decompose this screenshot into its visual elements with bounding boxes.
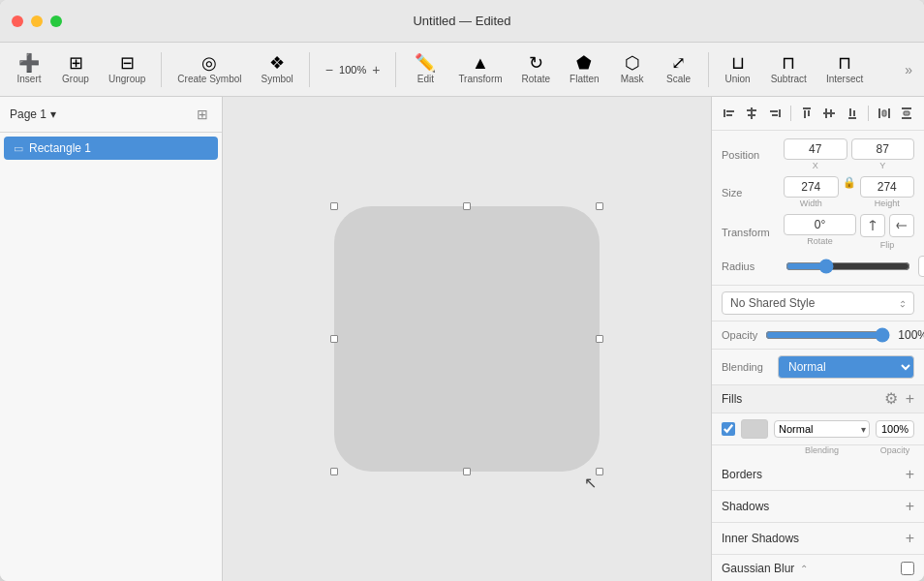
align-top-button[interactable] — [797, 103, 816, 124]
rectangle-shape[interactable] — [334, 206, 600, 472]
close-button[interactable] — [12, 15, 23, 27]
flip-horizontal-button[interactable] — [860, 214, 885, 237]
mask-button[interactable]: ⬡ Mask — [611, 50, 654, 88]
shadows-add-button[interactable]: + — [906, 498, 914, 515]
radius-label: Radius — [722, 260, 778, 272]
align-left-button[interactable] — [720, 103, 739, 124]
group-button[interactable]: ⊞ Group — [54, 50, 97, 88]
fill-opacity-sublabel: Opacity — [876, 445, 914, 455]
zoom-minus-button[interactable]: − — [323, 62, 335, 77]
distribute-v-button[interactable] — [897, 103, 916, 124]
fill-swatch[interactable] — [741, 419, 768, 439]
handle-middle-right[interactable] — [596, 335, 603, 343]
rotate-button[interactable]: ↻ Rotate — [514, 50, 558, 88]
union-label: Union — [725, 74, 751, 84]
distribute-h-button[interactable] — [875, 103, 894, 124]
rotate-sublabel: Rotate — [807, 236, 833, 246]
shared-style-wrapper: No Shared Style — [722, 291, 914, 315]
gaussian-chevron-icon: ⌃ — [800, 564, 808, 574]
fills-add-button[interactable]: + — [906, 391, 914, 407]
handle-bottom-left[interactable] — [330, 468, 338, 475]
maximize-button[interactable] — [50, 15, 62, 27]
gaussian-blur-checkbox[interactable] — [901, 562, 914, 575]
handle-top-right[interactable] — [596, 202, 603, 210]
height-input[interactable] — [860, 176, 915, 198]
insert-button[interactable]: ➕ Insert — [8, 50, 50, 88]
scale-button[interactable]: ⤢ Scale — [658, 50, 700, 88]
handle-bottom-middle[interactable] — [463, 468, 471, 475]
flatten-icon: ⬟ — [576, 54, 592, 72]
svg-rect-6 — [779, 109, 781, 117]
page-selector[interactable]: Page 1 ▾ — [10, 107, 56, 121]
width-input[interactable] — [784, 176, 839, 198]
intersect-label: Intersect — [826, 74, 863, 84]
blending-row: Blending Normal Multiply Screen Overlay — [712, 350, 924, 385]
rotate-input[interactable] — [784, 214, 856, 235]
transform-button[interactable]: ▲ Transform — [450, 50, 509, 88]
page-add-button[interactable]: ⊞ — [193, 105, 212, 124]
svg-rect-13 — [825, 108, 827, 118]
subtract-button[interactable]: ⊓ Subtract — [763, 50, 815, 88]
width-label: Width — [800, 199, 822, 208]
svg-rect-23 — [904, 111, 909, 115]
symbol-button[interactable]: ❖ Symbol — [254, 50, 301, 88]
height-input-wrapper: Height — [860, 176, 915, 208]
flip-vertical-button[interactable] — [889, 214, 914, 237]
transform-icon: ▲ — [472, 54, 489, 72]
layer-item[interactable]: ▭ Rectangle 1 — [4, 137, 218, 160]
flatten-button[interactable]: ⬟ Flatten — [562, 50, 607, 88]
align-right-button[interactable] — [765, 103, 785, 124]
x-input[interactable] — [784, 138, 847, 160]
svg-rect-9 — [803, 107, 811, 109]
y-label: Y — [879, 161, 885, 170]
width-input-wrapper: Width — [784, 176, 839, 208]
align-center-v-button[interactable] — [820, 103, 840, 124]
svg-rect-7 — [770, 110, 778, 112]
flatten-label: Flatten — [570, 74, 600, 84]
radius-slider[interactable] — [785, 259, 910, 274]
svg-rect-11 — [808, 110, 810, 116]
ungroup-icon: ⊟ — [120, 54, 135, 72]
flip-sublabel: Flip — [880, 240, 895, 250]
fills-settings-icon[interactable]: ⚙ — [884, 391, 898, 407]
intersect-button[interactable]: ⊓ Intersect — [818, 50, 871, 88]
edit-icon: ✏️ — [415, 54, 436, 72]
radius-input[interactable] — [918, 256, 924, 277]
lock-icon[interactable]: 🔒 — [843, 176, 856, 208]
create-symbol-label: Create Symbol — [177, 74, 241, 84]
mask-icon: ⬡ — [625, 54, 640, 72]
opacity-slider[interactable] — [765, 327, 890, 343]
fill-opacity-input[interactable] — [876, 420, 914, 438]
edit-button[interactable]: ✏️ Edit — [404, 50, 447, 88]
inner-shadows-title: Inner Shadows — [722, 532, 799, 545]
blending-select[interactable]: Normal Multiply Screen Overlay — [778, 355, 914, 379]
union-icon: ⊔ — [731, 54, 745, 72]
shared-style-select[interactable]: No Shared Style — [722, 291, 914, 315]
union-button[interactable]: ⊔ Union — [717, 50, 759, 88]
zoom-plus-button[interactable]: + — [370, 62, 382, 77]
align-center-h-button[interactable] — [743, 103, 762, 124]
handle-middle-left[interactable] — [330, 335, 338, 343]
ungroup-button[interactable]: ⊟ Ungroup — [101, 50, 153, 88]
more-button[interactable]: » — [901, 58, 916, 81]
handle-top-middle[interactable] — [463, 202, 471, 210]
svg-rect-16 — [849, 108, 851, 116]
handle-top-left[interactable] — [330, 202, 338, 210]
fill-blending-wrapper: Normal Multiply Screen — [774, 420, 870, 438]
fill-blending-select[interactable]: Normal Multiply Screen — [774, 420, 870, 438]
fill-enabled-checkbox[interactable] — [722, 422, 735, 436]
inner-shadows-add-button[interactable]: + — [906, 530, 914, 547]
svg-rect-12 — [823, 112, 835, 114]
handle-bottom-right[interactable] — [596, 468, 603, 475]
fills-section-header: Fills ⚙ + — [712, 385, 924, 413]
y-input[interactable] — [851, 138, 915, 160]
svg-rect-5 — [748, 114, 755, 116]
fill-blending-sublabel: Blending — [774, 445, 870, 455]
position-label: Position — [722, 149, 778, 161]
create-symbol-button[interactable]: ◎ Create Symbol — [169, 50, 249, 88]
align-bottom-button[interactable] — [843, 103, 862, 124]
borders-add-button[interactable]: + — [906, 466, 914, 483]
canvas-area[interactable]: ↖ — [223, 97, 711, 581]
minimize-button[interactable] — [31, 15, 43, 27]
mask-label: Mask — [621, 74, 644, 84]
